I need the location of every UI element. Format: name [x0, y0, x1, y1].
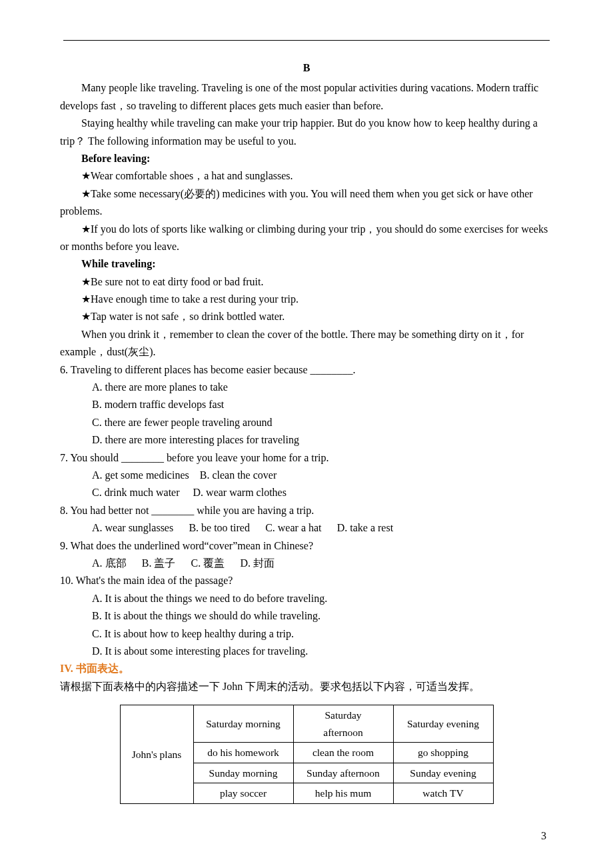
while-item-1: ★Be sure not to eat dirty food or bad fr…: [60, 273, 553, 291]
question-8-stem: 8. You had better not ________ while you…: [60, 502, 553, 519]
while-traveling-heading: While traveling:: [60, 255, 553, 273]
passage-label: B: [60, 59, 553, 77]
question-9-option-b: B. 盖子: [142, 555, 176, 572]
question-8-option-d: D. take a rest: [337, 519, 393, 537]
question-6-option-a: A. there are more planes to take: [92, 379, 553, 396]
table-row: John's plans Saturday morning Saturday a…: [120, 705, 493, 743]
question-9-options: A. 底部 B. 盖子 C. 覆盖 D. 封面: [92, 555, 553, 572]
question-7-options-ab: A. get some medicines B. clean the cover: [92, 467, 553, 484]
cell-sat-afternoon-label: Saturday afternoon: [293, 705, 393, 743]
question-6-option-b: B. modern traffic develops fast: [92, 396, 553, 413]
before-item-2: ★Take some necessary(必要的) medicines with…: [60, 185, 553, 221]
question-7-options-cd: C. drink much water D. wear warm clothes: [92, 484, 553, 501]
question-8-options: A. wear sunglasses B. be too tired C. we…: [92, 519, 553, 537]
while-item-2: ★Have enough time to take a rest during …: [60, 291, 553, 308]
writing-section-heading: IV. 书面表达。: [60, 660, 553, 677]
question-9-option-c: C. 覆盖: [191, 555, 225, 572]
cell-sun-evening-value: watch TV: [393, 783, 493, 804]
cell-sun-afternoon-label: Sunday afternoon: [293, 763, 393, 783]
question-9-option-a: A. 底部: [92, 555, 127, 572]
question-9-option-d: D. 封面: [240, 555, 275, 572]
cell-sun-morning-value: play soccer: [193, 783, 293, 804]
cell-sun-evening-label: Sunday evening: [393, 763, 493, 783]
page-number: 3: [541, 827, 546, 845]
cell-text-line2: afternoon: [323, 727, 362, 738]
table-row-header: John's plans: [120, 705, 193, 804]
question-8-option-a: A. wear sunglasses: [92, 519, 173, 537]
passage-paragraph-2: Staying healthy while traveling can make…: [60, 115, 553, 150]
cell-sat-afternoon-value: clean the room: [293, 743, 393, 763]
question-8-option-c: C. wear a hat: [265, 519, 321, 537]
question-10-option-d: D. It is about some interesting places f…: [92, 643, 553, 660]
cell-sat-evening-value: go shopping: [393, 743, 493, 763]
before-item-3: ★If you do lots of sports like walking o…: [60, 221, 553, 256]
question-6-stem: 6. Traveling to different places has bec…: [60, 361, 553, 379]
writing-prompt: 请根据下面表格中的内容描述一下 John 下周末的活动。要求包括以下内容，可适当…: [60, 678, 553, 695]
cell-sat-morning-value: do his homework: [193, 743, 293, 763]
question-10-stem: 10. What's the main idea of the passage?: [60, 572, 553, 589]
while-item-3: ★Tap water is not safe，so drink bottled …: [60, 308, 553, 325]
question-8-option-b: B. be too tired: [189, 519, 250, 537]
passage-paragraph-1: Many people like traveling. Traveling is…: [60, 79, 553, 115]
before-item-1: ★Wear comfortable shoes，a hat and sungla…: [60, 167, 553, 185]
cell-text-line1: Saturday: [324, 709, 361, 721]
question-6-option-d: D. there are more interesting places for…: [92, 431, 553, 449]
cell-sun-afternoon-value: help his mum: [293, 783, 393, 804]
cell-sat-evening-label: Saturday evening: [393, 705, 493, 743]
question-10-option-b: B. It is about the things we should do w…: [92, 607, 553, 625]
question-6-option-c: C. there are fewer people traveling arou…: [92, 414, 553, 431]
question-10-option-c: C. It is about how to keep healthy durin…: [92, 625, 553, 643]
passage-paragraph-3: When you drink it，remember to clean the …: [60, 326, 553, 361]
question-10-option-a: A. It is about the things we need to do …: [92, 590, 553, 607]
question-9-stem: 9. What does the underlined word“cover”m…: [60, 537, 553, 555]
johns-plans-table: John's plans Saturday morning Saturday a…: [120, 705, 494, 804]
before-leaving-heading: Before leaving:: [60, 150, 553, 167]
horizontal-rule: [63, 40, 550, 41]
cell-sat-morning-label: Saturday morning: [193, 705, 293, 743]
question-7-stem: 7. You should ________ before you leave …: [60, 449, 553, 467]
cell-sun-morning-label: Sunday morning: [193, 763, 293, 783]
